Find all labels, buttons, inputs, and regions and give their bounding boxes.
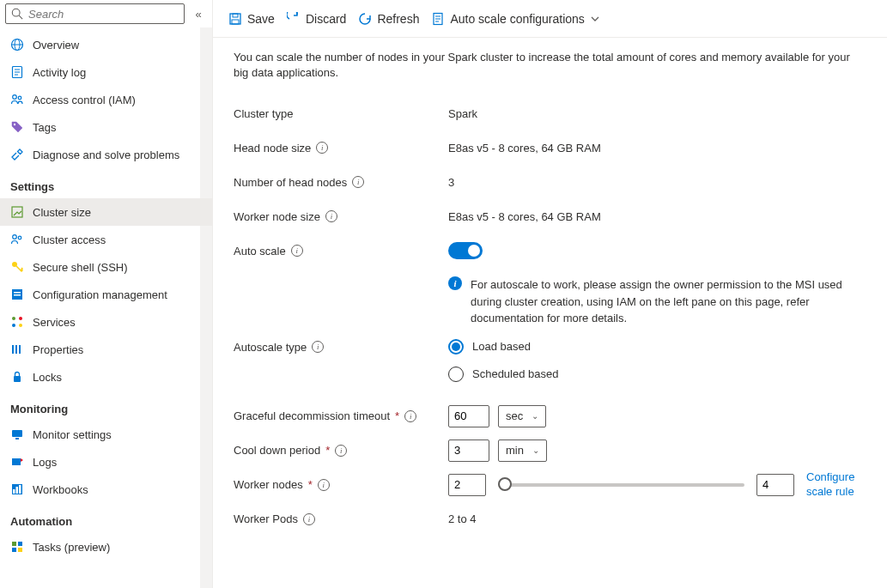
info-badge-icon: i [448, 276, 462, 290]
info-icon[interactable]: i [291, 245, 303, 257]
worker-node-size-value: E8as v5 - 8 cores, 64 GB RAM [448, 210, 601, 223]
svg-rect-23 [12, 345, 14, 354]
log-icon [10, 65, 24, 79]
sidebar-item-label: Secure shell (SSH) [33, 261, 128, 274]
refresh-icon [358, 12, 372, 26]
cluster-type-value: Spark [448, 107, 477, 120]
radio-load-based[interactable]: Load based [448, 339, 558, 355]
graceful-timeout-unit-dropdown[interactable]: sec⌄ [498, 405, 546, 427]
document-icon [431, 12, 445, 26]
sidebar-item-label: Access control (IAM) [33, 94, 136, 106]
info-icon[interactable]: i [335, 445, 347, 457]
svg-rect-29 [12, 458, 21, 465]
collapse-sidebar-button[interactable]: « [190, 5, 207, 22]
section-header-monitoring: Monitoring [0, 391, 212, 421]
sidebar-item-label: Cluster size [33, 206, 91, 219]
logs-icon [10, 455, 24, 469]
sidebar-item-label: Logs [33, 456, 57, 469]
svg-rect-34 [12, 542, 16, 546]
svg-point-22 [19, 324, 22, 327]
radio-scheduled-based[interactable]: Scheduled based [448, 367, 558, 382]
sidebar-item-activity-log[interactable]: Activity log [0, 58, 212, 86]
svg-rect-17 [14, 292, 21, 294]
info-icon[interactable]: i [404, 410, 416, 422]
num-head-nodes-value: 3 [448, 176, 454, 189]
search-box[interactable] [5, 3, 185, 24]
worker-pods-label: Worker Pods [234, 512, 298, 525]
svg-rect-24 [15, 345, 17, 354]
svg-point-0 [12, 9, 20, 16]
sidebar-item-cluster-size[interactable]: Cluster size [0, 198, 212, 226]
config-icon [10, 288, 24, 301]
sidebar-item-label: Cluster access [33, 233, 106, 246]
radio-label: Load based [472, 340, 531, 353]
worker-nodes-max-input[interactable] [756, 474, 794, 496]
save-button[interactable]: Save [228, 12, 275, 26]
globe-icon [10, 38, 24, 52]
sidebar-item-tags[interactable]: Tags [0, 113, 212, 141]
key-icon [10, 260, 24, 274]
sidebar-item-tasks[interactable]: Tasks (preview) [0, 533, 212, 561]
cooldown-input[interactable] [448, 439, 489, 462]
search-input[interactable] [28, 8, 179, 21]
worker-pods-value: 2 to 4 [448, 512, 477, 525]
services-icon [10, 315, 24, 329]
sidebar-item-label: Monitor settings [33, 428, 112, 441]
cooldown-label: Cool down period [234, 444, 320, 457]
info-icon[interactable]: i [325, 210, 337, 222]
refresh-button[interactable]: Refresh [358, 12, 419, 26]
svg-point-9 [13, 95, 17, 100]
slider-thumb-min[interactable] [498, 477, 512, 491]
info-icon[interactable]: i [312, 341, 324, 353]
svg-point-14 [18, 236, 21, 239]
sidebar-item-label: Tags [33, 121, 56, 134]
num-head-nodes-label: Number of head nodes [234, 176, 347, 189]
discard-icon [287, 12, 301, 26]
sidebar-item-properties[interactable]: Properties [0, 336, 212, 363]
svg-point-21 [12, 324, 15, 327]
sidebar-item-workbooks[interactable]: Workbooks [0, 476, 212, 503]
sidebar-item-locks[interactable]: Locks [0, 363, 212, 391]
head-node-size-label: Head node size [234, 142, 311, 155]
info-icon[interactable]: i [316, 142, 328, 154]
cooldown-unit-dropdown[interactable]: min⌄ [498, 439, 547, 462]
graceful-timeout-input[interactable] [448, 405, 489, 427]
svg-rect-31 [13, 489, 15, 494]
info-icon[interactable]: i [318, 479, 330, 491]
tasks-icon [10, 540, 24, 554]
sidebar-item-diagnose[interactable]: Diagnose and solve problems [0, 141, 212, 168]
info-icon[interactable]: i [352, 176, 364, 188]
sidebar-item-overview[interactable]: Overview [0, 31, 212, 58]
svg-rect-37 [18, 548, 22, 552]
svg-rect-27 [12, 430, 22, 437]
chevron-down-icon: ⌄ [532, 446, 539, 455]
search-icon [11, 8, 23, 20]
save-icon [228, 12, 242, 26]
worker-nodes-min-input[interactable] [448, 474, 486, 496]
sidebar-item-label: Activity log [33, 66, 86, 79]
sidebar-item-label: Overview [33, 39, 79, 52]
sidebar-item-label: Workbooks [33, 483, 88, 496]
sidebar-item-label: Locks [33, 371, 62, 384]
configure-scale-rule-link[interactable]: Configure scale rule [806, 470, 866, 500]
sidebar-item-logs[interactable]: Logs [0, 448, 212, 476]
svg-point-19 [12, 317, 15, 320]
sidebar-item-label: Services [33, 316, 76, 329]
svg-rect-26 [14, 376, 21, 382]
sidebar-item-secure-shell[interactable]: Secure shell (SSH) [0, 253, 212, 281]
discard-label: Discard [306, 12, 346, 26]
sidebar-item-services[interactable]: Services [0, 308, 212, 336]
sidebar-item-config-management[interactable]: Configuration management [0, 281, 212, 308]
sidebar-item-monitor-settings[interactable]: Monitor settings [0, 421, 212, 448]
sidebar-item-cluster-access[interactable]: Cluster access [0, 226, 212, 253]
discard-button[interactable]: Discard [287, 12, 346, 26]
tag-icon [10, 120, 24, 134]
autoscale-config-dropdown[interactable]: Auto scale configurations [431, 12, 599, 26]
chevron-down-icon [590, 14, 600, 24]
info-icon[interactable]: i [303, 513, 315, 525]
worker-nodes-slider[interactable] [498, 483, 744, 487]
auto-scale-toggle[interactable] [448, 242, 483, 259]
svg-point-13 [13, 235, 17, 239]
monitor-icon [10, 427, 24, 441]
sidebar-item-access-control[interactable]: Access control (IAM) [0, 86, 212, 113]
